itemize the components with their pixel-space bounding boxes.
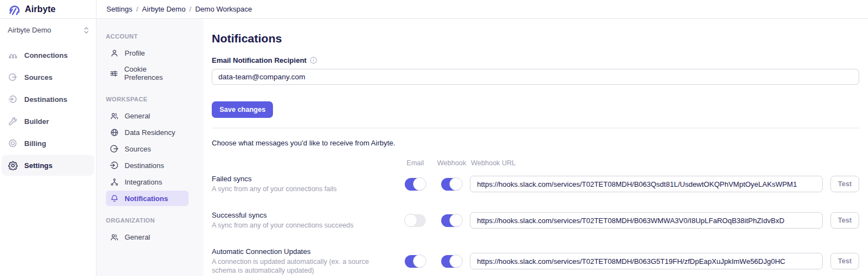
people-icon bbox=[110, 232, 119, 241]
row-description: A sync from any of your connections fail… bbox=[212, 185, 397, 193]
row-description: A connection is updated automatically (e… bbox=[212, 257, 397, 275]
subnav-item-label: General bbox=[125, 112, 150, 120]
sidebar-item-sources[interactable]: Sources bbox=[2, 67, 94, 88]
person-icon bbox=[110, 48, 119, 57]
topbar: Settings/Airbyte Demo/Demo Workspace bbox=[97, 0, 868, 19]
breadcrumb-item-demo-workspace[interactable]: Demo Workspace bbox=[195, 5, 252, 13]
subnav-item-label: Data Residency bbox=[125, 128, 175, 137]
airbyte-logo-icon bbox=[8, 3, 21, 16]
subnav-section-title: WORKSPACE bbox=[106, 96, 196, 102]
chevron-updown-icon bbox=[83, 26, 89, 34]
subnav-section-account: ACCOUNTProfileCookie Preferences bbox=[106, 33, 196, 85]
subnav-item-label: Notifications bbox=[125, 194, 168, 203]
subnav-section-title: ORGANIZATION bbox=[106, 217, 196, 224]
subnav-item-organization-general[interactable]: General bbox=[106, 229, 189, 245]
sidebar-item-label: Sources bbox=[24, 73, 52, 82]
workspace-selector[interactable]: Airbyte Demo bbox=[0, 19, 96, 41]
sidebar-item-settings[interactable]: Settings bbox=[2, 155, 94, 176]
failed-syncs-test-button[interactable]: Test bbox=[831, 176, 859, 192]
breadcrumb-separator: / bbox=[189, 5, 191, 13]
subnav-item-workspace-general[interactable]: General bbox=[106, 108, 189, 123]
source-arrow-out-icon bbox=[110, 144, 119, 153]
bell-icon bbox=[110, 194, 119, 203]
connections-icon bbox=[8, 50, 18, 60]
successful-syncs-test-button[interactable]: Test bbox=[831, 212, 859, 229]
toggle-knob bbox=[449, 177, 463, 191]
email-recipient-label: Email Notification Recipient bbox=[212, 56, 307, 64]
people-icon bbox=[110, 111, 119, 120]
subnav-item-workspace-sources[interactable]: Sources bbox=[106, 141, 189, 156]
sidebar-item-billing[interactable]: Billing bbox=[2, 133, 94, 154]
page-title: Notifications bbox=[212, 32, 859, 45]
logo: Airbyte bbox=[0, 0, 96, 19]
failed-syncs-webhook-url-input[interactable] bbox=[470, 176, 823, 192]
subnav-item-label: Cookie Preferences bbox=[124, 65, 184, 82]
notification-row-failed-syncs: Failed syncsA sync from any of your conn… bbox=[212, 175, 859, 193]
sidebar-item-label: Destinations bbox=[24, 95, 67, 104]
email-recipient-input[interactable] bbox=[212, 69, 859, 85]
failed-syncs-webhook-toggle[interactable] bbox=[441, 178, 462, 191]
column-header-webhook: Webhook bbox=[433, 159, 470, 167]
sidebar-item-destinations[interactable]: Destinations bbox=[2, 89, 94, 110]
toggle-knob bbox=[404, 214, 417, 227]
subnav-section-title: ACCOUNT bbox=[106, 33, 196, 40]
sidebar-item-connections[interactable]: Connections bbox=[2, 45, 94, 66]
automatic-connection-updates-email-toggle[interactable] bbox=[405, 255, 426, 268]
section-divider bbox=[212, 128, 859, 128]
successful-syncs-webhook-url-input[interactable] bbox=[470, 212, 823, 229]
sidebar-item-label: Connections bbox=[24, 51, 68, 59]
subnav-item-account-profile[interactable]: Profile bbox=[106, 45, 189, 61]
sidebar: Airbyte Airbyte Demo ConnectionsSourcesD… bbox=[0, 0, 97, 276]
sitemap-icon bbox=[110, 177, 119, 186]
subnav-item-label: Integrations bbox=[125, 178, 162, 186]
subnav-item-label: General bbox=[125, 233, 150, 241]
workspace-selector-label: Airbyte Demo bbox=[8, 26, 51, 34]
toggle-knob bbox=[413, 177, 426, 191]
subnav-item-workspace-integrations[interactable]: Integrations bbox=[106, 174, 189, 190]
settings-subnav: ACCOUNTProfileCookie PreferencesWORKSPAC… bbox=[97, 19, 203, 276]
breadcrumb-item-airbyte-demo[interactable]: Airbyte Demo bbox=[142, 5, 186, 13]
wrench-icon bbox=[8, 116, 18, 126]
row-label: Failed syncsA sync from any of your conn… bbox=[212, 175, 397, 193]
automatic-connection-updates-webhook-toggle[interactable] bbox=[441, 255, 462, 268]
sidebar-nav: ConnectionsSourcesDestinationsBuilderBil… bbox=[0, 41, 96, 176]
row-label: Successful syncsA sync from any of your … bbox=[212, 211, 397, 230]
subnav-item-label: Sources bbox=[125, 145, 151, 153]
subnav-item-account-cookie-preferences[interactable]: Cookie Preferences bbox=[106, 62, 189, 85]
sidebar-item-label: Builder bbox=[24, 117, 49, 126]
gear-icon bbox=[8, 160, 18, 170]
column-header-webhook-url: Webhook URL bbox=[470, 159, 823, 167]
notification-row-automatic-connection-updates: Automatic Connection UpdatesA connection… bbox=[212, 247, 859, 275]
destination-arrow-in-icon bbox=[8, 94, 18, 104]
table-header: Email Webhook Webhook URL bbox=[212, 159, 859, 167]
subnav-item-label: Destinations bbox=[125, 161, 164, 170]
successful-syncs-email-toggle[interactable] bbox=[405, 214, 426, 227]
source-arrow-out-icon bbox=[8, 72, 18, 82]
globe-icon bbox=[110, 128, 119, 137]
main-content: Notifications Email Notification Recipie… bbox=[203, 19, 868, 276]
row-label: Automatic Connection UpdatesA connection… bbox=[212, 247, 397, 275]
subnav-section-workspace: WORKSPACEGeneralData ResidencySourcesDes… bbox=[106, 96, 196, 206]
app-root: Airbyte Airbyte Demo ConnectionsSourcesD… bbox=[0, 0, 868, 276]
toggle-knob bbox=[449, 214, 463, 227]
subnav-item-workspace-notifications[interactable]: Notifications bbox=[106, 191, 189, 206]
sidebar-item-builder[interactable]: Builder bbox=[2, 111, 94, 132]
automatic-connection-updates-webhook-url-input[interactable] bbox=[470, 253, 823, 269]
subnav-item-workspace-destinations[interactable]: Destinations bbox=[106, 158, 189, 173]
column-header-email: Email bbox=[397, 159, 433, 167]
automatic-connection-updates-test-button[interactable]: Test bbox=[831, 253, 859, 269]
subnav-item-workspace-data-residency[interactable]: Data Residency bbox=[106, 125, 189, 140]
subnav-section-organization: ORGANIZATIONGeneral bbox=[106, 217, 196, 245]
breadcrumb-item-settings[interactable]: Settings bbox=[106, 5, 132, 13]
save-changes-button[interactable]: Save changes bbox=[212, 101, 273, 118]
sliders-icon bbox=[110, 69, 118, 78]
toggle-knob bbox=[413, 255, 426, 268]
info-icon[interactable] bbox=[310, 57, 317, 64]
breadcrumb: Settings/Airbyte Demo/Demo Workspace bbox=[106, 5, 252, 13]
notification-rows: Failed syncsA sync from any of your conn… bbox=[212, 175, 859, 275]
successful-syncs-webhook-toggle[interactable] bbox=[441, 214, 462, 227]
row-title: Successful syncs bbox=[212, 211, 397, 219]
failed-syncs-email-toggle[interactable] bbox=[405, 178, 426, 191]
breadcrumb-separator: / bbox=[136, 5, 138, 13]
sidebar-item-label: Billing bbox=[24, 139, 46, 148]
